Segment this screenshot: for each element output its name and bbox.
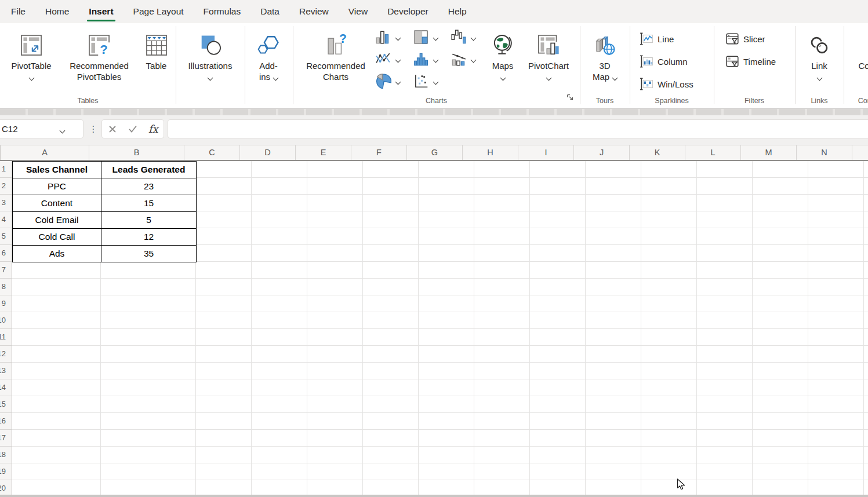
cell-l15[interactable] <box>697 396 753 413</box>
cell-b17[interactable] <box>101 430 196 447</box>
cell-d1[interactable] <box>252 161 307 178</box>
tab-file[interactable]: File <box>1 0 35 23</box>
cell-i18[interactable] <box>530 447 586 463</box>
cell-a14[interactable] <box>12 379 101 396</box>
cell-j1[interactable] <box>586 161 641 178</box>
cell-g7[interactable] <box>419 262 474 279</box>
link-button[interactable]: Link <box>803 25 836 82</box>
cell-i7[interactable] <box>530 262 586 279</box>
cell-n9[interactable] <box>808 295 864 312</box>
cell-d18[interactable] <box>252 447 307 463</box>
tab-view[interactable]: View <box>339 0 377 23</box>
table-cell[interactable]: 5 <box>101 212 197 229</box>
row-header-2[interactable]: 2 <box>0 178 12 195</box>
cell-j10[interactable] <box>586 312 641 329</box>
cell-g2[interactable] <box>419 178 474 195</box>
cell-i19[interactable] <box>530 463 586 480</box>
cell-n10[interactable] <box>808 312 864 329</box>
cell-c15[interactable] <box>196 396 252 413</box>
cell-b15[interactable] <box>101 396 196 413</box>
cell-c13[interactable] <box>196 363 252 379</box>
cell-g8[interactable] <box>419 279 474 295</box>
tab-developer[interactable]: Developer <box>377 0 438 23</box>
cell-c10[interactable] <box>196 312 252 329</box>
row-header-7[interactable]: 7 <box>0 262 12 279</box>
row-header-3[interactable]: 3 <box>0 195 12 211</box>
cell-d12[interactable] <box>252 346 307 363</box>
cell-j15[interactable] <box>586 396 641 413</box>
row-header-18[interactable]: 18 <box>0 447 12 463</box>
cell-j5[interactable] <box>586 228 641 245</box>
cell-m3[interactable] <box>753 195 808 211</box>
insert-function-button[interactable]: fx <box>144 120 162 138</box>
cell-d17[interactable] <box>252 430 307 447</box>
cell-e7[interactable] <box>307 262 363 279</box>
tab-help[interactable]: Help <box>438 0 477 23</box>
cell-a12[interactable] <box>12 346 101 363</box>
cell-c8[interactable] <box>196 279 252 295</box>
tab-insert[interactable]: Insert <box>79 0 123 23</box>
cell-e15[interactable] <box>307 396 363 413</box>
cell-d16[interactable] <box>252 413 307 430</box>
cell-c11[interactable] <box>196 329 252 346</box>
cell-k9[interactable] <box>641 295 697 312</box>
cell-m7[interactable] <box>753 262 808 279</box>
cell-h17[interactable] <box>474 430 530 447</box>
cell-c19[interactable] <box>196 463 252 480</box>
cell-k15[interactable] <box>641 396 697 413</box>
tab-formulas[interactable]: Formulas <box>194 0 251 23</box>
cell-c4[interactable] <box>196 211 252 228</box>
cell-k5[interactable] <box>641 228 697 245</box>
cell-f3[interactable] <box>363 195 419 211</box>
cell-j4[interactable] <box>586 211 641 228</box>
cell-n13[interactable] <box>808 363 864 379</box>
column-header-e[interactable]: E <box>296 145 351 160</box>
cell-d15[interactable] <box>252 396 307 413</box>
cell-l7[interactable] <box>697 262 753 279</box>
sparkline-column-button[interactable]: Column <box>640 54 688 68</box>
cell-d3[interactable] <box>252 195 307 211</box>
cell-h9[interactable] <box>474 295 530 312</box>
addins-button[interactable]: Add- ins <box>248 25 289 82</box>
cell-n3[interactable] <box>808 195 864 211</box>
slicer-button[interactable]: Slicer <box>725 32 765 46</box>
column-header-i[interactable]: I <box>518 145 574 160</box>
cell-c7[interactable] <box>196 262 252 279</box>
cell-j8[interactable] <box>586 279 641 295</box>
cell-h12[interactable] <box>474 346 530 363</box>
cell-f4[interactable] <box>363 211 419 228</box>
cell-b8[interactable] <box>101 279 196 295</box>
cell-l18[interactable] <box>697 447 753 463</box>
cell-a15[interactable] <box>12 396 101 413</box>
select-all-corner[interactable] <box>0 145 1 160</box>
cell-e9[interactable] <box>307 295 363 312</box>
insert-waterfall-chart-button[interactable] <box>451 29 475 45</box>
cell-j19[interactable] <box>586 463 641 480</box>
cell-e8[interactable] <box>307 279 363 295</box>
row-header-15[interactable]: 15 <box>0 396 12 413</box>
cell-n4[interactable] <box>808 211 864 228</box>
cell-b10[interactable] <box>101 312 196 329</box>
cell-l13[interactable] <box>697 363 753 379</box>
cell-a19[interactable] <box>12 463 101 480</box>
column-header-l[interactable]: L <box>685 145 741 160</box>
cell-j12[interactable] <box>586 346 641 363</box>
cell-g16[interactable] <box>419 413 474 430</box>
cell-i10[interactable] <box>530 312 586 329</box>
cell-a11[interactable] <box>12 329 101 346</box>
insert-pie-chart-button[interactable] <box>375 73 400 89</box>
cell-n1[interactable] <box>808 161 864 178</box>
row-header-4[interactable]: 4 <box>0 211 12 228</box>
cell-m6[interactable] <box>753 245 808 262</box>
formula-input[interactable] <box>168 119 868 138</box>
column-header-a[interactable]: A <box>1 145 89 160</box>
row-header-11[interactable]: 11 <box>0 329 12 346</box>
table-cell[interactable]: 23 <box>101 178 197 195</box>
row-header-9[interactable]: 9 <box>0 295 12 312</box>
cell-h15[interactable] <box>474 396 530 413</box>
cell-j17[interactable] <box>586 430 641 447</box>
cell-m19[interactable] <box>753 463 808 480</box>
cell-f12[interactable] <box>363 346 419 363</box>
row-header-10[interactable]: 10 <box>0 312 12 329</box>
cell-h16[interactable] <box>474 413 530 430</box>
